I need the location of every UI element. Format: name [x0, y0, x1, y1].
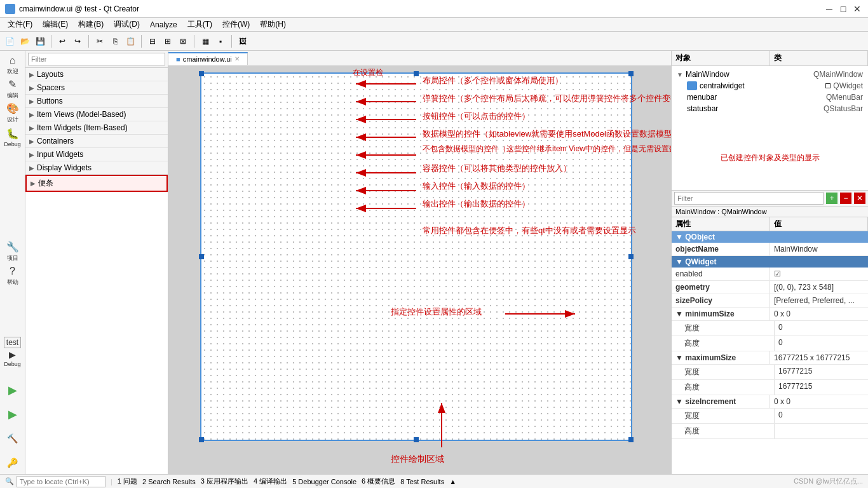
props-close-btn[interactable]: ✕ [854, 193, 865, 204]
sidebar-project[interactable]: 🔧 项目 [1, 240, 24, 263]
prop-val-enabled: ☑ [770, 268, 868, 280]
sidebar-debug[interactable]: 🐛 Debug [1, 126, 24, 149]
prop-group-qobject[interactable]: ▼ QObject [672, 231, 868, 243]
status-search-input[interactable] [17, 476, 105, 487]
prop-row-objectname[interactable]: objectName MainWindow [672, 243, 868, 256]
toolbar-copy[interactable]: ⎘ [108, 34, 122, 48]
prop-row-enabled[interactable]: enabled ☑ [672, 268, 868, 281]
category-buttons[interactable]: ▶ Buttons [25, 95, 168, 108]
prop-row-sizeinch[interactable]: 高度 [672, 424, 868, 439]
sidebar-deploy[interactable]: 🔨 [1, 427, 24, 450]
menu-file[interactable]: 文件(F) [3, 18, 37, 31]
toolbar-open[interactable]: 📂 [18, 34, 32, 48]
prop-val-geometry: [(0, 0), 723 x 548] [770, 281, 868, 294]
toolbar-image[interactable]: 🖼 [236, 34, 250, 48]
toolbar-grid1[interactable]: ▦ [198, 34, 212, 48]
maximize-button[interactable]: □ [837, 3, 849, 15]
window-controls[interactable]: ─ □ ✕ [824, 3, 863, 15]
prop-row-sizepolicy[interactable]: sizePolicy [Preferred, Preferred, ... [672, 294, 868, 308]
form-canvas[interactable] [200, 72, 632, 441]
handle-br[interactable] [628, 437, 634, 442]
tree-menubar[interactable]: menubar QMenuBar [684, 92, 865, 103]
props-add-btn[interactable]: + [826, 193, 837, 204]
sidebar-run[interactable]: ▶ [1, 379, 24, 402]
prop-row-sizeincw[interactable]: 宽度 0 [672, 409, 868, 424]
toolbar-layout1[interactable]: ⊟ [146, 34, 159, 48]
status-general-info[interactable]: 6 概要信息 [362, 477, 395, 486]
toolbar-cut[interactable]: ✂ [93, 34, 107, 48]
status-app-output[interactable]: 3 应用程序输出 [201, 477, 248, 486]
mainwindow-type: QMainWindow [813, 70, 863, 79]
close-button[interactable]: ✕ [851, 3, 863, 15]
prop-row-minsize[interactable]: ▼ minimumSize 0 x 0 [672, 308, 868, 321]
sidebar-tool-bottom[interactable]: 🔑 [1, 451, 24, 474]
status-search-results[interactable]: 2 Search Results [142, 478, 196, 485]
tree-centralwidget[interactable]: centralwidget QWidget [684, 80, 865, 92]
toolbar-grid2[interactable]: ▪ [214, 34, 227, 48]
tab-close[interactable]: ✕ [234, 55, 240, 62]
category-containers[interactable]: ▶ Containers [25, 135, 168, 148]
title-bar: cmainwindow.ui @ test - Qt Creator ─ □ ✕ [0, 0, 868, 18]
props-filter-input[interactable] [674, 192, 824, 205]
menu-debug[interactable]: 调试(D) [109, 18, 145, 31]
minimize-button[interactable]: ─ [824, 3, 835, 15]
toolbar-layout2[interactable]: ⊞ [161, 34, 175, 48]
prop-row-minheight[interactable]: 高度 0 [672, 336, 868, 351]
category-spacers[interactable]: ▶ Spacers [25, 81, 168, 95]
prop-row-maxsize[interactable]: ▼ maximumSize 16777215 x 16777215 [672, 351, 868, 365]
handle-bl[interactable] [199, 437, 204, 442]
menu-help[interactable]: 帮助(H) [255, 18, 291, 31]
category-display-widgets[interactable]: ▶ Display Widgets [25, 161, 168, 175]
prop-row-maxwidth[interactable]: 宽度 16777215 [672, 365, 868, 380]
prop-row-maxheight[interactable]: 高度 16777215 [672, 380, 868, 395]
menu-widgets[interactable]: 控件(W) [217, 18, 255, 31]
props-minus-btn[interactable]: − [840, 193, 851, 204]
status-arrow-up[interactable]: ▲ [449, 478, 456, 485]
category-input-widgets[interactable]: ▶ Input Widgets [25, 148, 168, 161]
props-panel: + − ✕ MainWindow : QMainWindow 属性 值 ▼ QO… [672, 191, 868, 474]
sidebar-test[interactable]: test ▶ Debug [1, 341, 24, 363]
handle-tr[interactable] [628, 71, 634, 76]
widget-filter-input[interactable] [28, 53, 165, 65]
tab-cmainwindow[interactable]: ■ cmainwindow.ui ✕ [168, 52, 248, 65]
category-display-widgets-label: Display Widgets [37, 163, 92, 172]
props-col-val: 值 [770, 217, 869, 231]
menu-analyze[interactable]: Analyze [145, 19, 182, 30]
menu-build[interactable]: 构建(B) [73, 18, 109, 31]
prop-group-qwidget[interactable]: ▼ QWidget [672, 256, 868, 268]
toolbar-save[interactable]: 💾 [33, 34, 47, 48]
status-debugger-console[interactable]: 5 Debugger Console [292, 478, 356, 485]
toolbar-paste[interactable]: 📋 [123, 34, 137, 48]
category-notes[interactable]: ▶ 便条 [25, 175, 168, 192]
category-layouts[interactable]: ▶ Layouts [25, 68, 168, 81]
handle-ml[interactable] [199, 254, 204, 259]
sidebar-run2[interactable]: ▶ [1, 403, 24, 426]
status-test-results[interactable]: 8 Test Results [400, 478, 444, 485]
toolbar-undo[interactable]: ↩ [55, 34, 69, 48]
centralwidget-type: QWidget [833, 81, 863, 90]
sidebar-edit[interactable]: ✎ 编辑 [1, 78, 24, 100]
toolbar-new[interactable]: 📄 [3, 34, 17, 48]
handle-mr[interactable] [628, 254, 634, 259]
sidebar-design[interactable]: 🎨 设计 [1, 102, 24, 125]
status-problems[interactable]: 1 问题 [118, 477, 137, 486]
handle-tl[interactable] [199, 71, 204, 76]
category-item-views[interactable]: ▶ Item Views (Model-Based) [25, 108, 168, 121]
menu-tools[interactable]: 工具(T) [182, 18, 217, 31]
status-compile-output[interactable]: 4 编译输出 [254, 477, 287, 486]
prop-name-sizepolicy: sizePolicy [672, 294, 770, 307]
toolbar-layout3[interactable]: ⊠ [176, 34, 190, 48]
toolbar-redo[interactable]: ↪ [71, 34, 85, 48]
tree-statusbar[interactable]: statusbar QStatusBar [684, 103, 865, 114]
prop-row-geometry[interactable]: geometry [(0, 0), 723 x 548] [672, 281, 868, 294]
handle-tc[interactable] [414, 71, 419, 76]
sidebar-help[interactable]: ? 帮助 [1, 264, 24, 287]
handle-bc[interactable] [414, 437, 419, 442]
sidebar-welcome[interactable]: ⌂ 欢迎 [1, 53, 24, 76]
editor-canvas[interactable]: 在设置检 [168, 66, 671, 474]
tree-mainwindow[interactable]: ▼ MainWindow QMainWindow [674, 69, 865, 80]
category-item-widgets[interactable]: ▶ Item Widgets (Item-Based) [25, 121, 168, 135]
prop-row-sizeinc[interactable]: ▼ sizeIncrement 0 x 0 [672, 395, 868, 409]
prop-row-minwidth[interactable]: 宽度 0 [672, 321, 868, 336]
menu-edit[interactable]: 编辑(E) [37, 18, 73, 31]
